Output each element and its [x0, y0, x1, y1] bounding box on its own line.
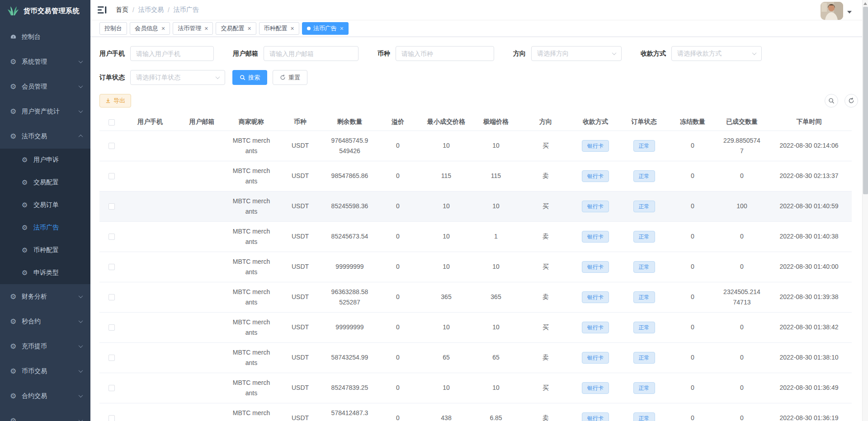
status-badge[interactable]: 正常 [633, 412, 655, 421]
payment-badge[interactable]: 银行卡 [582, 291, 609, 303]
sidebar-item-5[interactable]: ⚙财务分析 [0, 284, 90, 309]
column-header-direction: 方向 [521, 114, 571, 131]
row-checkbox[interactable] [108, 234, 115, 240]
column-header-frozen: 冻结数量 [668, 114, 717, 131]
cell-coin: USDT [275, 191, 325, 221]
cell-payment: 银行卡 [571, 282, 620, 312]
hamburger-icon[interactable] [98, 5, 108, 14]
sidebar-subitem-label: 用户申诉 [33, 156, 59, 164]
select-all-checkbox[interactable] [108, 119, 115, 126]
status-badge[interactable]: 正常 [633, 261, 655, 273]
sidebar-item-9[interactable]: ⚙合约交易 [0, 384, 90, 408]
status-badge[interactable]: 正常 [633, 140, 655, 152]
order-status-select[interactable]: 请选择订单状态 [130, 70, 225, 85]
tab-2[interactable]: 法币管理× [173, 22, 213, 35]
coin-input[interactable] [396, 46, 494, 61]
phone-input[interactable] [130, 46, 214, 61]
tab-close-icon[interactable]: × [340, 25, 344, 32]
sidebar-subitem-5[interactable]: ⚙申诉类型 [0, 262, 90, 284]
email-input[interactable] [264, 46, 359, 61]
filter-phone: 用户手机 [99, 46, 214, 61]
status-badge[interactable]: 正常 [633, 382, 655, 394]
payment-badge[interactable]: 银行卡 [582, 382, 609, 394]
active-tab-dot-icon [307, 27, 311, 30]
payment-badge[interactable]: 银行卡 [582, 231, 609, 243]
tab-5[interactable]: 法币广告× [302, 22, 349, 35]
status-badge[interactable]: 正常 [633, 352, 655, 364]
sidebar-item-1[interactable]: ⚙系统管理 [0, 49, 90, 74]
sidebar-item-label: 秒合约 [22, 318, 79, 326]
row-checkbox[interactable] [108, 355, 115, 361]
cell-premium: 0 [374, 161, 421, 191]
status-badge[interactable]: 正常 [633, 170, 655, 182]
tab-1[interactable]: 会员信息× [130, 22, 170, 35]
tab-close-icon[interactable]: × [247, 25, 251, 32]
sidebar-submenu: ⚙用户申诉⚙交易配置⚙交易订单⚙法币广告⚙币种配置⚙申诉类型 [0, 149, 90, 284]
payment-badge[interactable]: 银行卡 [582, 261, 609, 273]
sidebar-subitem-4[interactable]: ⚙币种配置 [0, 239, 90, 262]
sidebar-subitem-2[interactable]: ⚙交易订单 [0, 194, 90, 216]
payment-badge[interactable]: 银行卡 [582, 322, 609, 333]
payment-badge[interactable]: 银行卡 [582, 170, 609, 182]
payment-select[interactable]: 请选择收款方式 [671, 46, 762, 61]
breadcrumb-item-0[interactable]: 首页 [116, 6, 128, 14]
toggle-search-button[interactable] [825, 94, 838, 108]
filter-coin: 币种 [377, 46, 494, 61]
column-header-payment: 收款方式 [571, 114, 620, 131]
status-badge[interactable]: 正常 [633, 231, 655, 243]
cell-premium: 0 [374, 403, 421, 421]
user-menu-caret-icon[interactable] [847, 11, 852, 14]
tab-close-icon[interactable]: × [204, 25, 208, 32]
sidebar-item-2[interactable]: ⚙会员管理 [0, 74, 90, 99]
payment-badge[interactable]: 银行卡 [582, 352, 609, 364]
sidebar-subitem-1[interactable]: ⚙交易配置 [0, 171, 90, 194]
sidebar-item-8[interactable]: ⚙币币交易 [0, 359, 90, 384]
reset-button[interactable]: 重置 [273, 70, 307, 85]
gear-icon: ⚙ [10, 416, 22, 421]
table-row: MBTC merchantsUSDT578412487.3604386.85卖银… [99, 403, 852, 421]
search-button-label: 搜索 [248, 74, 260, 82]
tab-3[interactable]: 交易配置× [216, 22, 256, 35]
sidebar-item-7[interactable]: ⚙充币提币 [0, 334, 90, 359]
row-checkbox[interactable] [108, 143, 115, 149]
sidebar-subitem-0[interactable]: ⚙用户申诉 [0, 149, 90, 171]
payment-badge[interactable]: 银行卡 [582, 140, 609, 152]
sidebar-subitem-label: 法币广告 [33, 224, 59, 232]
payment-badge[interactable]: 银行卡 [582, 412, 609, 421]
row-checkbox[interactable] [108, 385, 115, 391]
row-checkbox[interactable] [108, 294, 115, 300]
export-button[interactable]: 导出 [99, 94, 131, 108]
cell-payment: 银行卡 [571, 131, 620, 161]
sidebar-subitem-3[interactable]: ⚙法币广告 [0, 216, 90, 239]
page-scrollbar[interactable] [862, 0, 868, 421]
row-checkbox[interactable] [108, 324, 115, 331]
user-avatar[interactable] [821, 2, 843, 20]
sidebar-item-10[interactable]: ⚙ [0, 408, 90, 421]
status-badge[interactable]: 正常 [633, 291, 655, 303]
status-badge[interactable]: 正常 [633, 322, 655, 333]
tab-0[interactable]: 控制台 [99, 22, 127, 35]
row-checkbox[interactable] [108, 264, 115, 270]
tab-close-icon[interactable]: × [291, 25, 294, 32]
row-checkbox[interactable] [108, 415, 115, 421]
direction-select[interactable]: 请选择方向 [531, 46, 622, 61]
search-button[interactable]: 搜索 [232, 70, 267, 85]
payment-badge[interactable]: 银行卡 [582, 201, 609, 212]
cell-time: 2022-08-30 01:38:10 [766, 342, 852, 373]
sidebar-item-6[interactable]: ⚙秒合约 [0, 309, 90, 334]
status-badge[interactable]: 正常 [633, 201, 655, 212]
row-checkbox[interactable] [108, 173, 115, 179]
scrollbar-up-arrow-icon[interactable] [863, 2, 867, 5]
sidebar-item-0[interactable]: 控制台 [0, 24, 90, 49]
tab-4[interactable]: 币种配置× [259, 22, 299, 35]
table-row: MBTC merchantsUSDT9999999901010买银行卡正常002… [99, 252, 852, 282]
tab-close-icon[interactable]: × [161, 25, 165, 32]
sidebar-item-3[interactable]: ⚙用户资产统计 [0, 99, 90, 124]
cell-remaining: 85247839.25 [325, 373, 374, 403]
table-row: MBTC merchantsUSDT85245598.3601010买银行卡正常… [99, 191, 852, 221]
sidebar-item-4[interactable]: ⚙法币交易 [0, 124, 90, 149]
row-checkbox[interactable] [108, 203, 115, 210]
scrollbar-thumb[interactable] [863, 7, 868, 194]
chevron-down-icon [79, 108, 83, 113]
refresh-table-button[interactable] [844, 94, 858, 108]
